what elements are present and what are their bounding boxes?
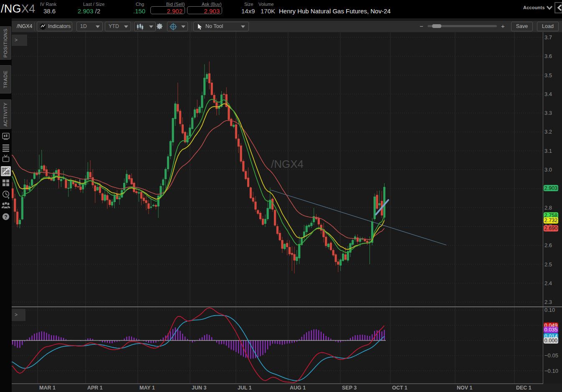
- svg-text:0.10: 0.10: [544, 307, 555, 313]
- svg-text:2.6: 2.6: [544, 242, 552, 248]
- svg-text:2.732: 2.732: [544, 217, 557, 223]
- svg-text:2.903: 2.903: [544, 185, 557, 191]
- svg-text:APR 1: APR 1: [87, 385, 103, 391]
- svg-text:NOV 1: NOV 1: [457, 385, 473, 391]
- svg-text:−0.10: −0.10: [544, 368, 558, 374]
- svg-text:3.0: 3.0: [544, 167, 552, 173]
- svg-text:3.2: 3.2: [544, 129, 552, 135]
- svg-text:2.4: 2.4: [544, 280, 552, 286]
- svg-text:3.5: 3.5: [544, 72, 552, 78]
- svg-text:2.5: 2.5: [544, 261, 552, 268]
- svg-text:2.8: 2.8: [544, 205, 552, 211]
- svg-text:/NGX4: /NGX4: [271, 158, 304, 170]
- svg-text:2.690: 2.690: [544, 225, 557, 231]
- svg-text:SEP 3: SEP 3: [342, 385, 357, 391]
- svg-text:−0.05: −0.05: [544, 352, 558, 359]
- svg-text:OCT 1: OCT 1: [392, 385, 408, 391]
- svg-text:MAY 1: MAY 1: [139, 385, 155, 391]
- svg-text:3.3: 3.3: [544, 110, 552, 116]
- svg-text:3.6: 3.6: [544, 53, 552, 59]
- svg-text:AUG 1: AUG 1: [290, 385, 306, 391]
- svg-text:3.7: 3.7: [544, 34, 552, 40]
- svg-text:DEC 1: DEC 1: [516, 385, 532, 391]
- svg-text:3.1: 3.1: [544, 148, 552, 154]
- svg-text:3.4: 3.4: [544, 91, 552, 97]
- svg-text:?: ?: [4, 214, 7, 220]
- svg-text:2.3: 2.3: [544, 299, 552, 305]
- svg-text:0.000: 0.000: [544, 338, 557, 344]
- svg-text:0.035: 0.035: [544, 327, 557, 333]
- svg-text:MAR 1: MAR 1: [39, 385, 56, 391]
- svg-text:JUL 1: JUL 1: [238, 385, 252, 391]
- svg-text:JUN 3: JUN 3: [192, 385, 206, 391]
